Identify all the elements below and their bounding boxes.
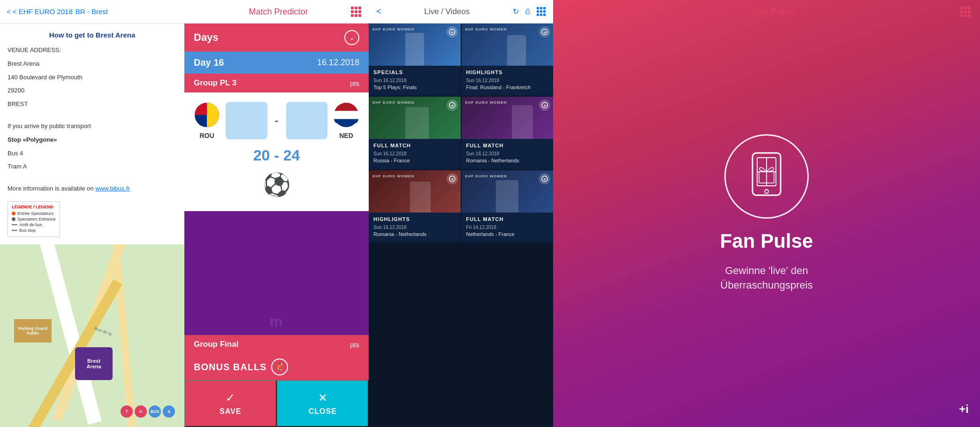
live-grid-dot-5 [540, 10, 542, 13]
directions-nav[interactable]: < < EHF EURO 2018 BR - Brest [0, 0, 184, 23]
grid-dot-7 [351, 14, 354, 17]
team1-name: ROU [199, 132, 214, 139]
directions-content: How to get to Brest Arena VENUE ADDRESS:… [0, 23, 184, 244]
video-category-2: EHF EURO WOMEN [465, 27, 507, 31]
day-row: Day 16 16.12.2018 [184, 52, 369, 74]
soccer-ball-icon: ⚽ [263, 172, 291, 198]
close-button[interactable]: ✕ CLOSE [277, 380, 369, 427]
fanpulse-main-title: Fan Pulse [720, 230, 813, 252]
predictor-purple-space: m [184, 211, 369, 335]
video-category-1: EHF EURO WOMEN [372, 27, 414, 31]
back-label: < EHF EURO 2018 [13, 8, 73, 15]
days-bar[interactable]: Days ⌄ [184, 23, 369, 52]
video-type-4: FULL MATCH [466, 143, 549, 148]
video-card-fullmatch2[interactable]: EHF EURO WOMEN ✦ FULL MATCH Sun 16.12.20… [462, 97, 554, 169]
legend-line-bus [12, 224, 17, 225]
days-dropdown-icon[interactable]: ⌄ [344, 30, 359, 45]
group-pts: pts [350, 79, 359, 87]
legend-title: LÉGENDE / LEGEND [12, 205, 56, 209]
svg-text:✦: ✦ [450, 30, 454, 35]
video-type-6: FULL MATCH [466, 216, 549, 222]
group-label: Group PL 3 [194, 78, 236, 88]
save-label: SAVE [220, 407, 241, 416]
match-area: ROU - [184, 92, 369, 211]
video-date-5: Sun 16.12.2018 [373, 225, 456, 230]
video-category-6: EHF EURO WOMEN [465, 174, 507, 178]
refresh-icon[interactable]: ↻ [513, 7, 519, 16]
chevron-down-icon: ⌄ [349, 34, 355, 41]
grid-dot-4 [351, 10, 354, 13]
video-type-5: HIGHLIGHTS [373, 216, 456, 222]
video-card-highlights2[interactable]: EHF EURO WOMEN ✦ HIGHLIGHTS Sun 16.12.20… [369, 170, 461, 243]
fanpulse-title-top: Fan Pulse [586, 7, 960, 17]
transport-tramA: A [135, 405, 147, 418]
fanpulse-grid-dot-9 [968, 14, 971, 17]
bibus-link[interactable]: www.bibus.fr [95, 185, 130, 192]
video-card-bottom-fullmatch3: FULL MATCH Fri 14.12.2018 Netherlands - … [462, 213, 554, 243]
team2-block: NED [333, 102, 359, 139]
group-row: Group PL 3 pts [184, 74, 369, 92]
bus-line: Bus 4 [8, 149, 177, 159]
bonus-label: BONUS BALLS [194, 362, 266, 373]
save-button[interactable]: ✓ SAVE [184, 380, 277, 427]
group-final-row: Group Final pts [184, 335, 369, 354]
checkmark-icon: ✓ [226, 391, 235, 404]
grid-dot-6 [358, 10, 361, 13]
video-card-fullmatch1[interactable]: EHF EURO WOMEN ✦ FULL MATCH Sun 16.12.20… [369, 97, 461, 169]
svg-text:✦: ✦ [543, 30, 547, 35]
live-grid-dot-1 [537, 7, 539, 9]
legend-entrance-sub: Spectators Entrance [17, 217, 56, 221]
legend-bus-sub: Bus stop [19, 228, 36, 233]
road-label-boulevard: Rue de la... [94, 326, 116, 337]
video-grid: EHF EURO WOMEN ✦ SPECIALS Sun 16.12.2018… [369, 23, 553, 243]
legend-item-entrance: Entrée Spectateurs [12, 211, 56, 216]
grid-menu-icon[interactable] [351, 7, 361, 17]
fanpulse-grid-menu-icon[interactable] [960, 7, 971, 17]
phone-gift-svg [743, 148, 790, 205]
arena-block: BrestArena [75, 347, 113, 380]
plus-i-button[interactable]: +i [959, 403, 969, 416]
fanpulse-grid-dot-7 [960, 14, 963, 17]
bonus-icon: 🤾 [271, 358, 288, 375]
score-input-1[interactable] [226, 102, 267, 139]
group-final-pts: pts [350, 341, 359, 349]
video-badge-6: ✦ [539, 173, 550, 184]
video-card-bottom-highlights2: HIGHLIGHTS Sun 16.12.2018 Romania - Neth… [369, 213, 461, 243]
predictor-body: Days ⌄ Day 16 16.12.2018 Group PL 3 pts [184, 23, 369, 380]
more-info: More information is available on www.bib… [8, 184, 177, 194]
back-button[interactable]: < < EHF EURO 2018 [7, 8, 73, 15]
video-desc-5: Romania - Netherlands [373, 231, 456, 238]
grid-dot-8 [355, 14, 357, 17]
panel-match-predictor: Match Predictor Days ⌄ Day 16 16.12.2018 [184, 0, 369, 427]
share-icon[interactable]: ⎙ [525, 8, 530, 16]
parking-block: Parking Grand Public [14, 319, 52, 343]
video-type-2: HIGHLIGHTS [466, 69, 549, 75]
video-thumb-highlights2: EHF EURO WOMEN ✦ [369, 170, 461, 213]
address-line1: Brest Arena [8, 59, 177, 69]
video-card-fullmatch3[interactable]: EHF EURO WOMEN ✦ FULL MATCH Fri 14.12.20… [462, 170, 554, 243]
legend-line-bus2 [12, 230, 17, 231]
fanpulse-grid-dot-4 [960, 10, 963, 13]
panel-live-videos: < Live / Videos ↻ ⎙ EHF EURO WOME [369, 0, 553, 427]
legend-bus-text: Arrêt de bus [19, 222, 42, 227]
svg-point-20 [765, 190, 768, 193]
fanpulse-grid-dot-6 [968, 10, 971, 13]
video-card-highlights[interactable]: EHF EURO WOMEN ✦ HIGHLIGHTS Sun 16.12.20… [462, 23, 554, 96]
svg-text:✦: ✦ [543, 177, 547, 182]
live-back-button[interactable]: < [376, 7, 381, 16]
transport-bus4-num: 4 [163, 405, 175, 418]
bonus-row: BONUS BALLS 🤾 [184, 354, 369, 380]
nav-location: BR - Brest [76, 8, 108, 15]
address-line3: 29200 [8, 86, 177, 96]
predictor-bottom-buttons: ✓ SAVE ✕ CLOSE [184, 380, 369, 427]
address-line2: 140 Boulevard de Plymouth [8, 73, 177, 83]
fanpulse-grid-dot-1 [960, 7, 963, 9]
video-date-3: Sun 16.12.2018 [373, 151, 456, 156]
svg-text:✦: ✦ [450, 177, 454, 182]
score-input-2[interactable] [286, 102, 328, 139]
video-card-specials[interactable]: EHF EURO WOMEN ✦ SPECIALS Sun 16.12.2018… [369, 23, 461, 96]
live-nav-icons: ↻ ⎙ [513, 7, 546, 16]
live-grid-menu-icon[interactable] [537, 7, 546, 16]
back-arrow-icon: < [7, 8, 11, 15]
video-date-1: Sun 16.12.2018 [373, 78, 456, 83]
